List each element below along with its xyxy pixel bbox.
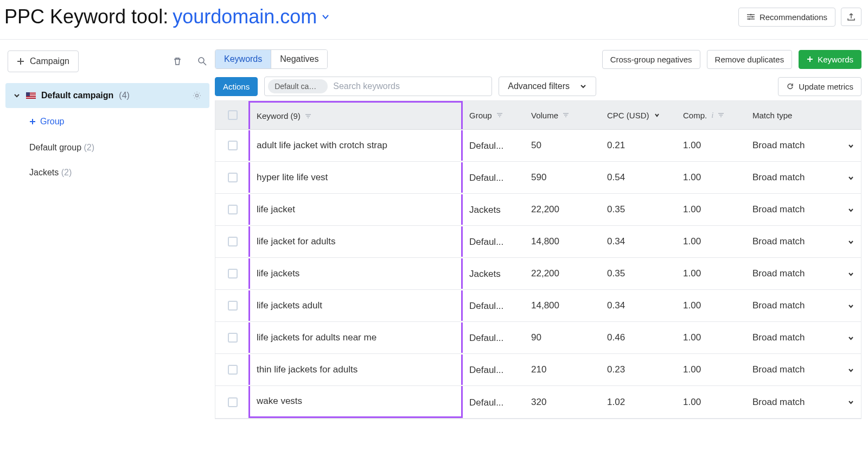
- cell-comp: 1.00: [676, 387, 746, 417]
- cell-match-type[interactable]: Broad match: [746, 130, 861, 161]
- cell-volume: 50: [525, 130, 601, 161]
- add-group-label: Group: [40, 117, 64, 126]
- header-match[interactable]: Match type: [746, 101, 861, 129]
- row-checkbox[interactable]: [215, 163, 250, 192]
- cell-group: Jackets: [463, 194, 525, 225]
- header-checkbox[interactable]: [215, 101, 250, 129]
- header-volume[interactable]: Volume: [525, 101, 601, 129]
- export-button[interactable]: [841, 8, 861, 26]
- match-type-label: Broad match: [752, 397, 805, 408]
- checkbox-icon: [228, 110, 238, 120]
- sort-icon: [718, 112, 724, 118]
- row-checkbox[interactable]: [215, 291, 250, 320]
- domain-selector[interactable]: yourdomain.com: [173, 5, 330, 28]
- sidebar: Campaign Default campaign (4) Group Defa…: [0, 40, 215, 425]
- sort-icon: [305, 113, 311, 119]
- match-type-label: Broad match: [752, 204, 805, 215]
- tab-negatives[interactable]: Negatives: [271, 50, 327, 68]
- plus-icon: [807, 56, 813, 62]
- cell-keyword: life jackets for adults near me: [248, 322, 463, 353]
- update-metrics-button[interactable]: Update metrics: [778, 77, 861, 96]
- cell-group: Defaul...: [463, 387, 525, 418]
- cell-keyword: wake vests: [248, 386, 463, 418]
- table-row: life jacket Jackets 22,200 0.35 1.00 Bro…: [215, 194, 861, 226]
- cell-match-type[interactable]: Broad match: [746, 194, 861, 225]
- table-row: thin life jackets for adults Defaul... 2…: [215, 354, 861, 386]
- sort-icon: [563, 112, 569, 118]
- cell-comp: 1.00: [676, 355, 746, 385]
- cell-group: Defaul...: [463, 162, 525, 193]
- checkbox-icon: [228, 333, 238, 343]
- campaign-item[interactable]: Default campaign (4): [5, 83, 209, 108]
- cell-match-type[interactable]: Broad match: [746, 162, 861, 193]
- row-checkbox[interactable]: [215, 227, 250, 256]
- add-group-button[interactable]: Group: [5, 108, 209, 135]
- header-keyword[interactable]: Keyword (9): [248, 101, 463, 129]
- match-type-label: Broad match: [752, 236, 805, 247]
- campaign-button-label: Campaign: [30, 56, 69, 66]
- sidebar-group-item[interactable]: Default group (2): [5, 135, 209, 160]
- remove-duplicates-button[interactable]: Remove duplicates: [707, 50, 793, 69]
- advanced-filters-button[interactable]: Advanced filters: [499, 77, 596, 96]
- row-checkbox[interactable]: [215, 323, 250, 352]
- cell-group: Jackets: [463, 258, 525, 289]
- search-icon[interactable]: [197, 56, 207, 66]
- actions-button[interactable]: Actions: [215, 77, 258, 96]
- filter-chip[interactable]: Default campa: [268, 79, 328, 93]
- match-type-label: Broad match: [752, 364, 805, 375]
- cell-match-type[interactable]: Broad match: [746, 258, 861, 289]
- info-icon: i: [711, 111, 713, 120]
- header-group[interactable]: Group: [463, 101, 525, 129]
- trash-icon[interactable]: [173, 56, 182, 66]
- cell-cpc: 0.54: [601, 162, 676, 193]
- add-campaign-button[interactable]: Campaign: [8, 50, 79, 72]
- cell-match-type[interactable]: Broad match: [746, 322, 861, 353]
- cell-match-type[interactable]: Broad match: [746, 355, 861, 385]
- plus-icon: [17, 58, 24, 65]
- chevron-down-icon: [847, 174, 854, 181]
- tab-group: Keywords Negatives: [215, 49, 328, 69]
- tab-keywords[interactable]: Keywords: [215, 50, 271, 68]
- cell-comp: 1.00: [676, 130, 746, 161]
- chevron-down-icon: [847, 238, 854, 245]
- cell-match-type[interactable]: Broad match: [746, 387, 861, 417]
- table-row: life jackets for adults near me Defaul..…: [215, 322, 861, 354]
- cell-cpc: 0.34: [601, 226, 676, 257]
- svg-point-2: [748, 18, 750, 20]
- gear-icon[interactable]: [192, 91, 202, 100]
- cell-cpc: 0.35: [601, 194, 676, 225]
- cell-cpc: 0.34: [601, 290, 676, 321]
- row-checkbox[interactable]: [215, 388, 250, 417]
- table-row: adult life jacket with crotch strap Defa…: [215, 130, 861, 162]
- search-input[interactable]: [333, 81, 486, 91]
- checkbox-icon: [228, 365, 238, 375]
- header-cpc[interactable]: CPC (USD): [601, 101, 676, 129]
- sidebar-group-item[interactable]: Jackets (2): [5, 160, 209, 185]
- group-name: Default group: [29, 143, 81, 152]
- cell-volume: 14,800: [525, 226, 601, 257]
- add-keywords-button[interactable]: Keywords: [799, 50, 861, 69]
- row-checkbox[interactable]: [215, 259, 250, 288]
- svg-point-3: [199, 58, 204, 63]
- checkbox-icon: [228, 269, 238, 279]
- row-checkbox[interactable]: [215, 355, 250, 384]
- cell-group: Defaul...: [463, 226, 525, 257]
- plus-icon: [29, 118, 36, 125]
- recommendations-button[interactable]: Recommendations: [738, 8, 835, 27]
- cell-comp: 1.00: [676, 226, 746, 257]
- cell-comp: 1.00: [676, 258, 746, 289]
- cross-group-negatives-button[interactable]: Cross-group negatives: [602, 50, 700, 69]
- row-checkbox[interactable]: [215, 195, 250, 224]
- table-row: life jackets Jackets 22,200 0.35 1.00 Br…: [215, 258, 861, 290]
- cell-match-type[interactable]: Broad match: [746, 226, 861, 257]
- svg-point-4: [196, 94, 199, 97]
- header-comp-label: Comp.: [683, 111, 707, 120]
- update-metrics-label: Update metrics: [799, 82, 853, 91]
- table-row: life jackets adult Defaul... 14,800 0.34…: [215, 290, 861, 322]
- row-checkbox[interactable]: [215, 131, 250, 160]
- cell-volume: 90: [525, 322, 601, 353]
- cell-keyword: adult life jacket with crotch strap: [248, 130, 463, 161]
- search-container: Default campa: [264, 77, 492, 96]
- header-comp[interactable]: Comp. i: [676, 101, 746, 129]
- cell-match-type[interactable]: Broad match: [746, 290, 861, 321]
